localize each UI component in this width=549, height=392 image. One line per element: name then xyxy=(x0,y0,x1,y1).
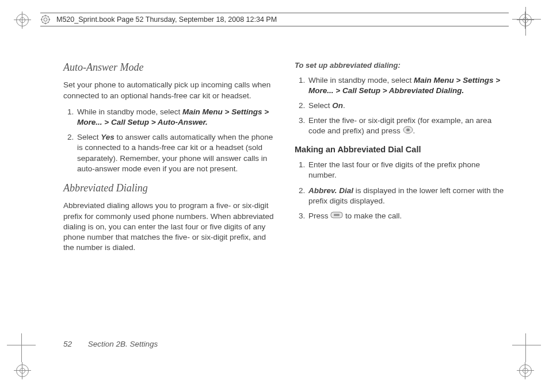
list-item: While in standby mode, select Main Menu … xyxy=(76,107,277,128)
step-text: Select xyxy=(308,101,332,110)
svg-point-0 xyxy=(44,18,47,21)
option-yes: Yes xyxy=(101,133,115,141)
step-text: . xyxy=(343,101,345,110)
step-text: Enter the five- or six-digit prefix (for… xyxy=(308,116,491,135)
step-text: . xyxy=(413,127,415,136)
svg-rect-5 xyxy=(334,214,340,216)
crop-mark-icon xyxy=(519,364,531,376)
list-item: Select Yes to answer calls automatically… xyxy=(76,132,277,174)
gear-icon xyxy=(40,14,51,25)
right-column: To set up abbreviated dialing: While in … xyxy=(295,60,509,352)
step-text: Press xyxy=(308,212,330,220)
steps-make-call: Enter the last four or five digits of th… xyxy=(295,160,509,222)
crop-mark-icon xyxy=(16,14,28,25)
page-footer: 52 Section 2B. Settings xyxy=(63,340,158,348)
page-header: M520_Sprint.book Page 52 Thursday, Septe… xyxy=(40,13,509,26)
list-item: Select On. xyxy=(307,101,509,111)
list-item: Press to make the call. xyxy=(307,211,509,222)
list-item: While in standby mode, select Main Menu … xyxy=(307,75,509,96)
ok-key-icon xyxy=(403,126,413,137)
heading-auto-answer: Auto-Answer Mode xyxy=(63,60,277,74)
step-text: While in standby mode, select xyxy=(308,76,414,84)
crop-mark-icon xyxy=(16,364,28,376)
list-item: Enter the last four or five digits of th… xyxy=(307,160,509,180)
crop-line xyxy=(512,19,541,20)
steps-auto-answer: While in standby mode, select Main Menu … xyxy=(63,107,277,174)
crop-line xyxy=(21,333,22,362)
svg-point-3 xyxy=(406,129,410,132)
step-text: Enter the last four or five digits of th… xyxy=(308,160,480,179)
left-column: Auto-Answer Mode Set your phone to autom… xyxy=(63,60,277,352)
crop-line xyxy=(525,333,526,362)
label-abbrev-dial: Abbrev. Dial xyxy=(308,186,353,195)
talk-key-icon xyxy=(330,211,343,222)
page-content: Auto-Answer Mode Set your phone to autom… xyxy=(63,60,509,352)
header-text: M520_Sprint.book Page 52 Thursday, Septe… xyxy=(56,16,277,24)
step-text: to make the call. xyxy=(343,212,402,220)
crop-line xyxy=(525,7,526,36)
step-text: Select xyxy=(77,133,101,141)
lead-in: To set up abbreviated dialing: xyxy=(295,60,509,71)
option-on: On xyxy=(332,101,343,110)
heading-abbrev-dialing: Abbreviated Dialing xyxy=(63,181,277,195)
para: Set your phone to automatically pick up … xyxy=(63,80,277,101)
list-item: Abbrev. Dial is displayed in the lower l… xyxy=(307,186,509,206)
heading-making-call: Making an Abbreviated Dial Call xyxy=(295,144,509,156)
crop-mark-icon xyxy=(519,14,531,25)
section-label: Section 2B. Settings xyxy=(88,340,158,348)
crop-line xyxy=(512,345,541,345)
step-text: While in standby mode, select xyxy=(77,107,182,116)
steps-setup-abbrev: While in standby mode, select Main Menu … xyxy=(295,75,509,137)
list-item: Enter the five- or six-digit prefix (for… xyxy=(307,116,509,137)
para: Abbreviated dialing allows you to progra… xyxy=(63,201,277,253)
page-number: 52 xyxy=(63,340,72,348)
